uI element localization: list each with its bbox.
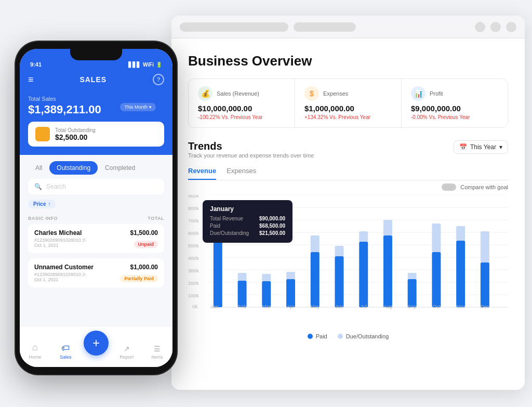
svg-rect-34 (383, 235, 392, 307)
svg-text:600k: 600k (188, 231, 199, 236)
home-icon: ⌂ (32, 342, 38, 353)
search-bar[interactable]: 🔍 Search (28, 179, 164, 194)
svg-rect-40 (456, 241, 465, 307)
profit-label: Profit (430, 90, 443, 97)
compare-label: Compare with goal (460, 184, 508, 190)
svg-text:Feb: Feb (238, 304, 246, 309)
invoice-right-2: $1,000.00 Partially Paid (120, 264, 158, 282)
svg-rect-36 (408, 279, 417, 307)
invoice-info-1: Charles Micheal #12390289091028010 2- Oc… (34, 229, 87, 248)
expenses-change: +134.32% Vs. Previous Year (304, 114, 392, 120)
stat-expenses: $ Expenses $1,000,000.00 +134.32% Vs. Pr… (295, 79, 402, 127)
status-badge-1: Unpaid (134, 241, 158, 248)
sort-row: Price ↑ (20, 199, 172, 213)
legend-paid-label: Paid (316, 333, 327, 339)
top-bar-btn-3[interactable] (506, 22, 516, 32)
tooltip-revenue-row: Total Revenue $90,000.00 (210, 216, 285, 221)
outstanding-info: Total Outstanding $2,500.00 (55, 127, 96, 141)
svg-rect-32 (359, 242, 368, 307)
nav-items[interactable]: ☰ Items (142, 345, 172, 360)
year-selector[interactable]: 📅 This Year ▾ (454, 140, 508, 154)
svg-text:Mar: Mar (262, 304, 271, 309)
svg-rect-35 (383, 220, 392, 235)
invoice-ref-2: #12390289091028010 2- (34, 272, 94, 277)
tab-expenses[interactable]: Expenses (227, 167, 256, 180)
svg-text:Jul: Jul (361, 304, 367, 309)
invoice-amount-2: $1,000.00 (120, 264, 158, 271)
svg-text:Oct: Oct (433, 304, 441, 309)
header-title: SALES (79, 75, 107, 84)
outstanding-label: Total Outstanding (55, 127, 96, 133)
trends-subtitle: Track your revenue and expense trends ov… (188, 152, 314, 159)
tooltip-due-row: Due/Outstanding $21,500.00 (210, 230, 285, 236)
sort-chip[interactable]: Price ↑ (28, 200, 56, 208)
top-bar-btn-1[interactable] (475, 22, 485, 32)
svg-text:400k: 400k (188, 256, 199, 261)
compare-toggle[interactable] (442, 183, 456, 191)
top-bar-btn-2[interactable] (490, 22, 501, 32)
nav-report[interactable]: ↗ Report (111, 345, 142, 360)
compare-row: Compare with goal (188, 183, 508, 191)
svg-text:0k: 0k (192, 304, 197, 309)
nav-sales-label: Sales (60, 355, 72, 360)
nav-report-label: Report (119, 355, 134, 360)
invoice-amount-1: $1,500.00 (130, 229, 158, 237)
signal-icon: ▋▋▋ (128, 62, 141, 68)
svg-rect-42 (481, 262, 489, 307)
this-month-button[interactable]: This Month ▾ (120, 103, 156, 111)
chart-tabs: Revenue Expenses (188, 167, 508, 180)
nav-sales[interactable]: 🏷 Sales (50, 344, 81, 360)
invoice-date-2: Oct 1, 2021 (34, 277, 94, 282)
invoice-info-2: Unnamed Customer #12390289091028010 2- O… (34, 264, 94, 282)
menu-icon[interactable]: ≡ (28, 74, 34, 85)
fab-button[interactable]: + (84, 331, 109, 356)
legend-paid: Paid (308, 333, 327, 339)
tooltip-revenue-value: $90,000.00 (259, 216, 285, 221)
invoice-item-1[interactable]: Charles Micheal #12390289091028010 2- Oc… (28, 224, 164, 253)
chart-tooltip: January Total Revenue $90,000.00 Paid $6… (203, 200, 292, 243)
svg-text:May: May (310, 304, 320, 309)
filter-tab-outstanding[interactable]: Outstanding (49, 161, 98, 175)
filter-tab-all[interactable]: All (28, 161, 49, 175)
calendar-icon: 📅 (459, 143, 467, 151)
stat-revenue: 💰 Sales (Revenue) $10,000,000.00 -100.22… (189, 79, 295, 127)
invoice-date-1: Oct 1, 2021 (34, 243, 87, 248)
svg-rect-28 (311, 252, 320, 307)
svg-rect-24 (262, 281, 271, 307)
phone-wrapper: 9:41 ▋▋▋ WiFi 🔋 ≡ SALES ? Total Sales (16, 42, 177, 374)
svg-rect-33 (359, 231, 368, 242)
legend-paid-dot (308, 334, 313, 339)
revenue-change: -100.22% Vs. Previous Year (198, 114, 285, 120)
invoice-item-2[interactable]: Unnamed Customer #12390289091028010 2- O… (28, 258, 164, 287)
status-time: 9:41 (30, 61, 42, 68)
list-col-basic-info: BASIC INFO (28, 216, 58, 221)
status-badge-2: Partially Paid (120, 275, 158, 282)
svg-text:500k: 500k (188, 243, 199, 248)
svg-rect-30 (335, 256, 344, 307)
svg-text:700k: 700k (188, 218, 199, 224)
outstanding-card: Total Outstanding $2,500.00 (28, 122, 164, 147)
svg-rect-27 (286, 272, 295, 279)
nav-home[interactable]: ⌂ Home (20, 342, 50, 360)
svg-rect-39 (432, 224, 441, 252)
expenses-value: $1,000,000.00 (304, 104, 392, 113)
help-icon[interactable]: ? (153, 74, 164, 85)
svg-rect-37 (408, 273, 417, 279)
svg-text:Nov: Nov (456, 304, 465, 309)
chevron-down-icon: ▾ (149, 104, 152, 110)
svg-text:200k: 200k (188, 281, 199, 286)
invoice-list: Charles Micheal #12390289091028010 2- Oc… (20, 224, 172, 326)
svg-rect-41 (456, 226, 465, 241)
filter-tabs: All Outstanding Completed (20, 155, 172, 179)
desktop-card: Business Overview 💰 Sales (Revenue) $10,… (171, 16, 525, 390)
tab-revenue[interactable]: Revenue (188, 167, 216, 180)
business-overview-title: Business Overview (188, 53, 508, 69)
tooltip-paid-row: Paid $68,500.00 (210, 223, 285, 229)
svg-rect-29 (311, 235, 320, 252)
total-sales-value: $1,389,211.00 (28, 103, 101, 116)
tooltip-revenue-label: Total Revenue (210, 216, 243, 221)
svg-text:Jan: Jan (210, 304, 218, 309)
filter-tab-completed[interactable]: Completed (98, 161, 142, 175)
sort-label: Price (33, 201, 46, 207)
sort-direction-icon: ↑ (48, 201, 50, 207)
